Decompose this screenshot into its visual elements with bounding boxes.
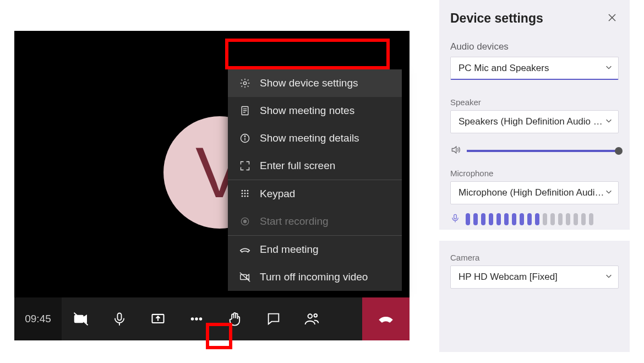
gear-icon [239,78,251,89]
menu-item-label: Enter full screen [260,160,335,172]
more-actions-button[interactable] [177,297,216,340]
mic-level-bar [473,213,478,225]
dialpad-icon [239,188,251,199]
mic-level-bar [504,213,509,225]
menu-item-label: Show device settings [260,77,358,89]
mic-level-bar [543,213,547,225]
svg-point-7 [247,190,249,192]
microphone-icon [450,213,460,225]
svg-point-12 [244,196,246,197]
dropdown-value: PC Mic and Speakers [459,63,549,74]
slider-thumb[interactable] [615,147,623,155]
svg-point-24 [199,317,203,321]
svg-point-8 [242,193,243,194]
show-participants-button[interactable] [293,297,331,340]
record-icon [239,216,251,227]
audio-devices-label: Audio devices [450,41,619,52]
mic-level-bar [527,213,532,225]
svg-point-4 [244,136,245,137]
hang-up-button[interactable] [362,297,410,340]
menu-item-label: Keypad [260,188,295,200]
mic-level-bar [535,213,539,225]
mic-level-bar [466,213,470,225]
speaker-volume-row [439,137,630,160]
svg-point-0 [243,82,246,84]
panel-title: Device settings [450,11,605,26]
meeting-window: V Waiting for others to join... Show dev… [14,31,410,340]
chevron-down-icon [605,63,613,74]
mic-level-bar [489,213,493,225]
fullscreen-icon [239,160,251,171]
show-chat-button[interactable] [254,297,293,340]
raise-hand-button[interactable] [216,297,254,340]
svg-point-26 [314,314,318,317]
svg-point-9 [244,193,246,194]
svg-point-23 [195,317,198,321]
svg-line-17 [240,273,250,282]
audio-device-dropdown[interactable]: PC Mic and Speakers [450,57,619,80]
end-call-icon [239,243,251,256]
speaker-volume-slider[interactable] [467,150,619,152]
svg-point-25 [308,314,313,318]
menu-keypad[interactable]: Keypad [228,180,402,208]
menu-item-label: Show meeting details [260,132,359,144]
share-screen-button[interactable] [139,297,177,340]
mic-level-bar [558,213,563,225]
menu-turn-off-incoming-video[interactable]: Turn off incoming video [228,263,402,291]
menu-item-label: Turn off incoming video [260,271,368,283]
microphone-dropdown[interactable]: Microphone (High Definition Audio … [450,181,619,204]
mic-level-bar [550,213,555,225]
speaker-icon [450,144,461,158]
speaker-dropdown[interactable]: Speakers (High Definition Audio Devi… [450,110,619,133]
video-off-icon [239,271,251,283]
camera-dropdown[interactable]: HP HD Webcam [Fixed] [450,266,619,289]
call-duration: 09:45 [14,297,62,340]
svg-rect-29 [454,214,457,219]
menu-show-meeting-notes[interactable]: Show meeting notes [228,97,402,124]
chevron-down-icon [605,116,613,127]
mic-level-bar [512,213,516,225]
svg-point-5 [242,190,243,192]
menu-show-device-settings[interactable]: Show device settings [228,69,402,97]
dropdown-value: Speakers (High Definition Audio Devi… [459,116,605,127]
menu-item-label: End meeting [260,243,319,256]
mic-level-bar [496,213,501,225]
mic-level-bar [481,213,485,225]
mic-level-bar [574,213,578,225]
menu-enter-full-screen[interactable]: Enter full screen [228,152,402,180]
mic-level-bar [566,213,570,225]
svg-rect-20 [118,313,122,321]
menu-item-label: Show meeting notes [260,105,354,117]
svg-point-15 [244,220,247,223]
info-icon [239,133,251,144]
mic-level-bar [581,213,586,225]
dropdown-value: Microphone (High Definition Audio … [459,187,605,198]
meeting-toolbar: 09:45 [14,297,410,340]
close-panel-button[interactable] [605,10,619,27]
svg-point-6 [244,190,246,192]
camera-label: Camera [450,253,619,262]
svg-point-11 [242,196,243,197]
toggle-mic-button[interactable] [100,297,139,340]
mic-level-bar [520,213,524,225]
toggle-camera-button[interactable] [62,297,100,340]
svg-point-13 [247,196,249,197]
dropdown-value: HP HD Webcam [Fixed] [459,272,558,283]
menu-start-recording: Start recording [228,208,402,235]
svg-point-22 [191,317,194,321]
menu-show-meeting-details[interactable]: Show meeting details [228,124,402,152]
panel-divider [439,230,630,241]
more-actions-menu: Show device settings Show meeting notes … [228,69,402,291]
chevron-down-icon [605,272,613,283]
microphone-label: Microphone [450,169,619,178]
device-settings-panel: Device settings Audio devices PC Mic and… [439,0,630,352]
microphone-level-meter [439,208,630,230]
menu-item-label: Start recording [260,215,329,227]
menu-end-meeting[interactable]: End meeting [228,236,402,263]
notes-icon [239,105,251,116]
chevron-down-icon [605,187,613,198]
speaker-label: Speaker [450,97,619,107]
mic-level-bar [589,213,593,225]
svg-point-10 [247,193,249,194]
